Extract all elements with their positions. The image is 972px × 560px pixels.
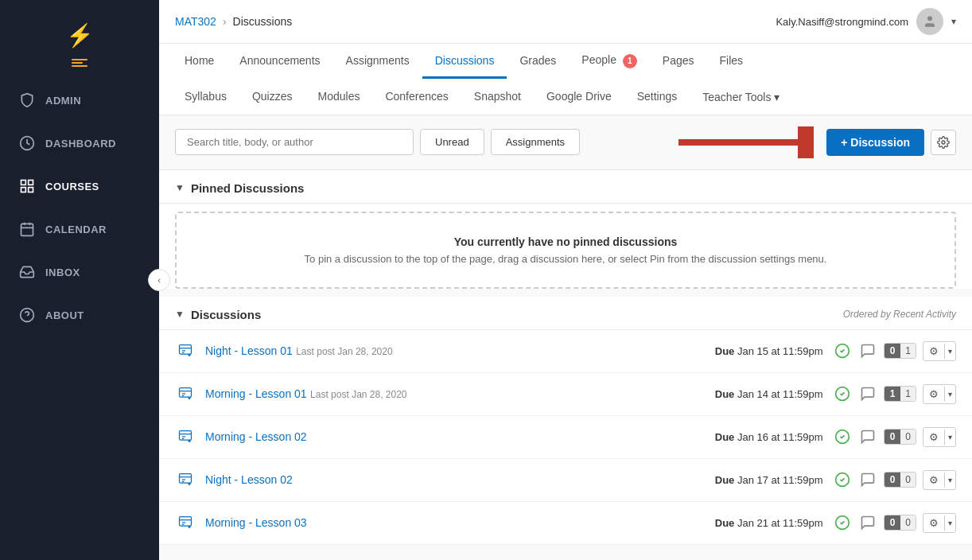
- tab-modules[interactable]: Modules: [305, 80, 373, 115]
- svg-rect-35: [180, 517, 192, 527]
- discussion-due-date: Due Jan 14 at 11:59pm: [696, 388, 823, 400]
- sidebar-item-dashboard[interactable]: DASHBOARD: [0, 122, 159, 165]
- reply-icon[interactable]: [858, 341, 877, 360]
- reply-icon[interactable]: [858, 513, 877, 532]
- unread-count: 0: [885, 430, 901, 444]
- calendar-icon: [18, 220, 36, 238]
- svg-rect-25: [180, 431, 192, 441]
- discussion-type-icon: [175, 469, 196, 490]
- discussion-gear-icon: ⚙: [923, 514, 944, 532]
- avatar: [916, 8, 943, 35]
- tab-people[interactable]: People 1: [569, 44, 649, 80]
- user-email: Kaly.Nasiff@strongmind.com: [776, 16, 908, 28]
- discussion-actions: 0 0 ⚙ ▾: [833, 470, 956, 490]
- discussion-gear-icon: ⚙: [923, 428, 944, 446]
- assignments-filter-button[interactable]: Assignments: [491, 129, 580, 155]
- tab-discussions[interactable]: Discussions: [422, 45, 507, 79]
- teacher-tools-label: Teacher Tools: [702, 91, 771, 103]
- discussion-actions: 0 0 ⚙ ▾: [833, 427, 956, 447]
- discussion-type-icon: [175, 426, 196, 447]
- discussion-gear-dropdown[interactable]: ⚙ ▾: [923, 384, 956, 404]
- discussion-type-icon: [175, 340, 196, 361]
- discussion-title-area: Morning - Lesson 03: [205, 515, 686, 530]
- sidebar-collapse-button[interactable]: ‹: [148, 269, 170, 291]
- sidebar: ⚡ ADMIN DASHBOARD COURSES: [0, 0, 159, 560]
- sidebar-item-label: ADMIN: [45, 95, 81, 107]
- sidebar-item-courses[interactable]: COURSES: [0, 165, 159, 208]
- svg-rect-5: [21, 224, 33, 235]
- tab-grades[interactable]: Grades: [507, 45, 569, 79]
- tab-announcements[interactable]: Announcements: [227, 45, 332, 79]
- discussion-gear-icon: ⚙: [923, 471, 944, 489]
- add-discussion-button[interactable]: + Discussion: [826, 129, 924, 156]
- unread-filter-button[interactable]: Unread: [420, 129, 484, 155]
- svg-rect-15: [180, 345, 192, 355]
- sidebar-item-label: ABOUT: [45, 309, 84, 321]
- reply-icon[interactable]: [858, 470, 877, 489]
- ordered-by-label: Ordered by Recent Activity: [843, 309, 956, 320]
- tab-google-drive[interactable]: Google Drive: [534, 80, 624, 115]
- search-input[interactable]: [175, 129, 414, 155]
- tab-settings[interactable]: Settings: [624, 80, 690, 115]
- discussion-due-date: Due Jan 15 at 11:59pm: [696, 345, 823, 357]
- discussion-due-date: Due Jan 17 at 11:59pm: [696, 474, 823, 486]
- discussion-gear-icon: ⚙: [923, 385, 944, 403]
- user-menu-chevron[interactable]: ▾: [951, 16, 956, 27]
- table-row: Morning - Lesson 03 Due Jan 21 at 11:59p…: [159, 502, 972, 545]
- tab-assignments[interactable]: Assignments: [333, 45, 422, 79]
- discussion-title-area: Morning - Lesson 01 Last post Jan 28, 20…: [205, 387, 686, 401]
- table-row: Night - Lesson 02 Due Jan 17 at 11:59pm …: [159, 459, 972, 502]
- check-circle-icon: [833, 513, 852, 532]
- sidebar-item-calendar[interactable]: CALENDAR: [0, 208, 159, 251]
- breadcrumb-course[interactable]: MAT302: [175, 15, 216, 28]
- discussion-title[interactable]: Night - Lesson 01: [205, 344, 293, 357]
- tab-home[interactable]: Home: [172, 45, 227, 79]
- discussion-title[interactable]: Morning - Lesson 02: [205, 430, 307, 443]
- svg-point-11: [927, 16, 932, 21]
- pinned-discussions-section: ▼ Pinned Discussions You currently have …: [159, 170, 972, 289]
- discussion-actions: 0 0 ⚙ ▾: [833, 513, 956, 533]
- gear-icon: [937, 136, 950, 149]
- reply-icon[interactable]: [858, 384, 877, 403]
- check-circle-icon: [833, 427, 852, 446]
- pinned-section-title: Pinned Discussions: [191, 181, 305, 195]
- discussion-title[interactable]: Morning - Lesson 01: [205, 387, 307, 400]
- total-count: 0: [900, 472, 916, 487]
- unread-count-badge: 0 0: [884, 472, 916, 488]
- discussion-gear-chevron-icon: ▾: [944, 472, 955, 488]
- tab-syllabus[interactable]: Syllabus: [172, 80, 239, 115]
- unread-count-badge: 0 0: [884, 515, 916, 531]
- svg-rect-20: [180, 388, 192, 398]
- unread-count: 0: [885, 515, 901, 530]
- tab-files[interactable]: Files: [707, 45, 756, 79]
- discussion-gear-dropdown[interactable]: ⚙ ▾: [923, 427, 956, 447]
- reply-icon[interactable]: [858, 427, 877, 446]
- tab-conferences[interactable]: Conferences: [372, 80, 461, 115]
- svg-rect-30: [180, 474, 192, 484]
- discussion-type-icon: [175, 383, 196, 404]
- check-circle-icon: [833, 341, 852, 360]
- discussion-gear-dropdown[interactable]: ⚙ ▾: [923, 513, 956, 533]
- sidebar-item-label: COURSES: [45, 181, 99, 192]
- total-count: 0: [900, 430, 916, 444]
- sidebar-item-admin[interactable]: ADMIN: [0, 79, 159, 122]
- discussion-due-date: Due Jan 21 at 11:59pm: [696, 517, 823, 529]
- sidebar-item-about[interactable]: ABOUT: [0, 294, 159, 336]
- tab-snapshot[interactable]: Snapshot: [461, 80, 534, 115]
- discussion-title[interactable]: Night - Lesson 02: [205, 473, 293, 486]
- discussion-title-area: Morning - Lesson 02: [205, 430, 686, 444]
- pinned-empty-text: To pin a discussion to the top of the pa…: [192, 253, 939, 265]
- book-icon: [18, 177, 36, 195]
- discussions-settings-button[interactable]: [931, 130, 956, 155]
- tab-pages[interactable]: Pages: [650, 45, 707, 79]
- breadcrumb: MAT302 › Discussions: [175, 15, 292, 28]
- svg-rect-2: [29, 181, 33, 185]
- discussions-section-chevron-icon: ▼: [175, 309, 185, 320]
- sidebar-item-inbox[interactable]: INBOX: [0, 251, 159, 294]
- pinned-section-chevron-icon: ▼: [175, 182, 185, 193]
- tab-quizzes[interactable]: Quizzes: [239, 80, 305, 115]
- discussion-title[interactable]: Morning - Lesson 03: [205, 516, 307, 529]
- discussion-gear-dropdown[interactable]: ⚙ ▾: [923, 341, 956, 361]
- teacher-tools-button[interactable]: Teacher Tools ▾: [690, 81, 792, 113]
- discussion-gear-dropdown[interactable]: ⚙ ▾: [923, 470, 956, 490]
